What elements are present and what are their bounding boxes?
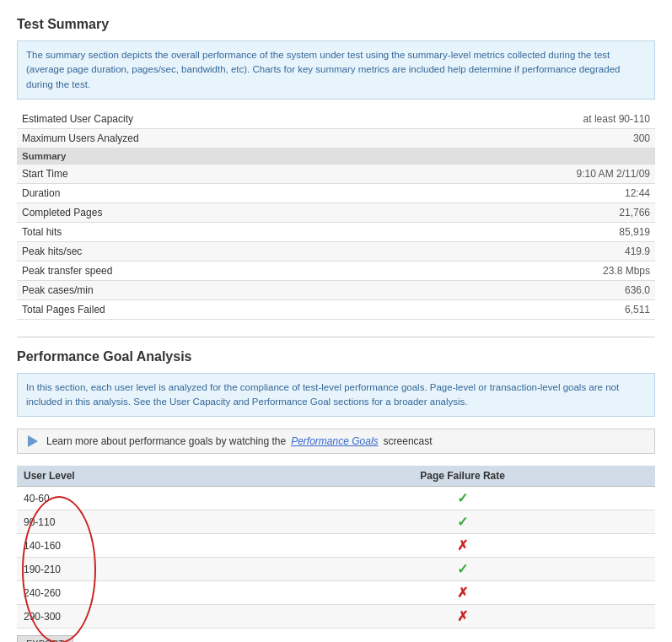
summary-row-value: 419.9 [368, 241, 655, 261]
goals-row: 140-160✗ [17, 534, 655, 558]
user-level-cell: 90-110 [17, 510, 270, 534]
screencast-text-before: Learn more about performance goals by wa… [46, 435, 286, 447]
goals-row: 40-60✓ [17, 487, 655, 510]
summary-row-value: 12:44 [368, 183, 655, 202]
summary-row-label: Total Pages Failed [17, 299, 368, 319]
cross-icon: ✗ [457, 609, 468, 623]
summary-row-value: 300 [368, 128, 655, 148]
summary-row: Start Time9:10 AM 2/11/09 [17, 164, 655, 183]
status-cell: ✗ [270, 581, 655, 605]
goals-table: User Level Page Failure Rate 40-60✓90-11… [17, 466, 655, 629]
goals-row: 90-110✓ [17, 510, 655, 534]
goals-row: 190-210✓ [17, 558, 655, 581]
summary-row: Peak hits/sec419.9 [17, 241, 655, 261]
test-summary-title: Test Summary [17, 17, 655, 32]
summary-row-label: Peak cases/min [17, 280, 368, 299]
summary-row-label: Peak hits/sec [17, 241, 368, 261]
page-container: Test Summary The summary section depicts… [0, 0, 672, 642]
export-area: EXPORT [17, 635, 655, 642]
summary-row-value: 21,766 [368, 202, 655, 222]
summary-row-label: Peak transfer speed [17, 261, 368, 280]
pga-title: Performance Goal Analysis [17, 349, 655, 364]
pga-info: In this section, each user level is anal… [17, 373, 655, 418]
status-cell: ✓ [270, 558, 655, 581]
user-level-cell: 240-260 [17, 581, 270, 605]
summary-row: Summary [17, 148, 655, 164]
screencast-link[interactable]: Performance Goals [291, 435, 378, 447]
check-icon: ✓ [457, 491, 468, 505]
summary-row-value: 6,511 [368, 299, 655, 319]
cross-icon: ✗ [457, 585, 468, 600]
user-level-cell: 190-210 [17, 558, 270, 581]
status-cell: ✗ [270, 534, 655, 558]
summary-row-value: 23.8 Mbps [368, 261, 655, 280]
export-button[interactable]: EXPORT [17, 635, 73, 642]
summary-row: Peak cases/min636.0 [17, 280, 655, 299]
summary-row-label: Completed Pages [17, 202, 368, 222]
summary-row: Duration12:44 [17, 183, 655, 202]
user-level-cell: 40-60 [17, 487, 270, 510]
status-cell: ✗ [270, 605, 655, 629]
summary-row-label: Maximum Users Analyzed [17, 128, 368, 148]
summary-table: Estimated User Capacityat least 90-110Ma… [17, 110, 655, 320]
summary-row: Total hits85,919 [17, 222, 655, 241]
user-level-header: User Level [17, 466, 270, 487]
screencast-banner: Learn more about performance goals by wa… [17, 429, 655, 454]
summary-row-value: 9:10 AM 2/11/09 [368, 164, 655, 183]
cross-icon: ✗ [457, 538, 468, 553]
user-level-cell: 290-300 [17, 605, 270, 629]
goals-row: 240-260✗ [17, 581, 655, 605]
summary-row-label: Start Time [17, 164, 368, 183]
section-divider [17, 337, 655, 337]
summary-row: Maximum Users Analyzed300 [17, 128, 655, 148]
page-failure-rate-header: Page Failure Rate [270, 466, 655, 487]
test-summary-info: The summary section depicts the overall … [17, 40, 655, 100]
summary-row: Peak transfer speed23.8 Mbps [17, 261, 655, 280]
status-cell: ✓ [270, 510, 655, 534]
check-icon: ✓ [457, 515, 468, 529]
summary-row-label: Estimated User Capacity [17, 110, 368, 129]
summary-row: Completed Pages21,766 [17, 202, 655, 222]
summary-row-value: 85,919 [368, 222, 655, 241]
summary-row: Estimated User Capacityat least 90-110 [17, 110, 655, 129]
summary-row: Total Pages Failed6,511 [17, 299, 655, 319]
screencast-text-after: screencast [384, 435, 433, 447]
summary-row-value: 636.0 [368, 280, 655, 299]
summary-row-value: at least 90-110 [368, 110, 655, 129]
play-icon [28, 435, 38, 447]
user-level-cell: 140-160 [17, 534, 270, 558]
check-icon: ✓ [457, 562, 468, 576]
summary-row-label: Duration [17, 183, 368, 202]
status-cell: ✓ [270, 487, 655, 510]
goals-row: 290-300✗ [17, 605, 655, 629]
summary-row-label: Total hits [17, 222, 368, 241]
